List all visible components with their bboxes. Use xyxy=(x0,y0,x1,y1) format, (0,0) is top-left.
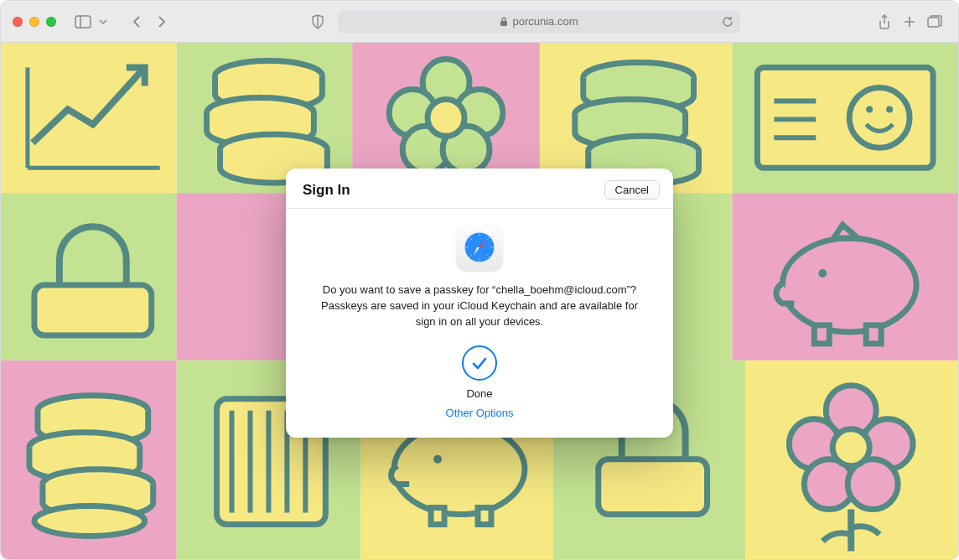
zoom-window-button[interactable] xyxy=(46,17,56,27)
forward-button[interactable] xyxy=(150,11,174,33)
done-checkmark-icon xyxy=(462,345,497,381)
passkey-dialog: Sign In Cancel xyxy=(286,169,673,438)
lock-icon xyxy=(500,17,508,27)
done-label: Done xyxy=(466,387,492,400)
tab-overview-button[interactable] xyxy=(923,11,946,33)
cancel-button[interactable]: Cancel xyxy=(604,180,660,200)
reload-button[interactable] xyxy=(722,16,734,28)
window-controls xyxy=(13,17,56,27)
dialog-body: Do you want to save a passkey for “chell… xyxy=(286,209,673,438)
back-button[interactable] xyxy=(125,11,148,33)
sidebar-toggle-button[interactable] xyxy=(71,11,95,33)
page-content: Sign In Cancel xyxy=(1,43,958,559)
share-button[interactable] xyxy=(873,11,896,33)
address-host-text: porcunia.com xyxy=(512,15,578,28)
privacy-shield-icon[interactable] xyxy=(306,11,329,33)
toolbar: porcunia.com xyxy=(1,1,958,43)
safari-window: porcunia.com xyxy=(0,0,959,560)
sidebar-menu-chevron-icon[interactable] xyxy=(96,11,110,33)
dialog-header: Sign In Cancel xyxy=(286,169,673,209)
minimize-window-button[interactable] xyxy=(29,17,39,27)
new-tab-button[interactable] xyxy=(898,11,921,33)
close-window-button[interactable] xyxy=(13,17,23,27)
dialog-message: Do you want to save a passkey for “chell… xyxy=(320,283,639,330)
address-bar[interactable]: porcunia.com xyxy=(338,10,740,34)
svg-rect-3 xyxy=(500,21,507,26)
svg-rect-0 xyxy=(75,16,91,28)
safari-app-icon xyxy=(456,224,503,271)
svg-rect-6 xyxy=(928,18,939,27)
other-options-link[interactable]: Other Options xyxy=(446,407,514,419)
dialog-title: Sign In xyxy=(303,182,350,199)
